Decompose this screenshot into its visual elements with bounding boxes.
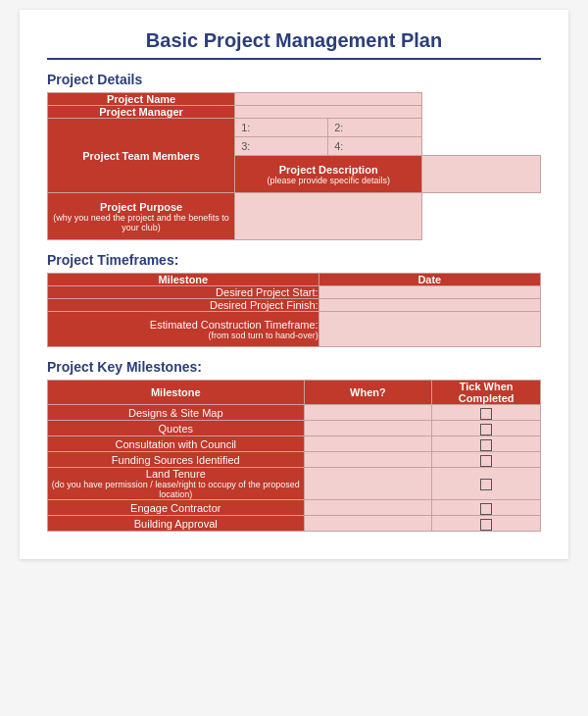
ms-col-when: When?	[304, 381, 432, 405]
ms-building-when[interactable]	[304, 516, 432, 532]
ms-designs-tick[interactable]	[432, 405, 541, 421]
team-cell-2[interactable]: 2:	[328, 119, 421, 137]
project-purpose-label: Project Purpose (why you need the projec…	[48, 193, 235, 240]
time-finish-label: Desired Project Finish:	[48, 299, 319, 312]
table-row: Desired Project Finish:	[48, 299, 541, 312]
milestones-table: Milestone When? Tick When Completed Desi…	[47, 380, 541, 532]
list-item: Consultation with Council	[48, 436, 541, 452]
table-row: Estimated Construction Timeframe: (from …	[48, 312, 541, 347]
project-manager-label: Project Manager	[48, 106, 235, 119]
checkbox-icon[interactable]	[480, 503, 492, 515]
timeframes-table: Milestone Date Desired Project Start: De…	[47, 273, 541, 347]
table-row: Desired Project Start:	[48, 286, 541, 299]
time-construction-value[interactable]	[318, 312, 540, 347]
time-construction-label: Estimated Construction Timeframe: (from …	[48, 312, 319, 347]
ms-contractor-label: Engage Contractor	[48, 500, 305, 516]
team-cell-1[interactable]: 1:	[235, 119, 328, 137]
ms-funding-label: Funding Sources Identified	[48, 452, 305, 468]
table-row: Project Purpose (why you need the projec…	[48, 193, 541, 240]
list-item: Engage Contractor	[48, 500, 541, 516]
time-start-value[interactable]	[318, 286, 540, 299]
list-item: Funding Sources Identified	[48, 452, 541, 468]
project-team-label: Project Team Members	[48, 119, 235, 193]
ms-col-tick: Tick When Completed	[432, 381, 541, 405]
main-title: Basic Project Management Plan	[47, 29, 541, 60]
project-name-value[interactable]	[235, 93, 422, 106]
project-desc-value[interactable]	[422, 156, 541, 193]
section-details-heading: Project Details	[47, 72, 541, 87]
ms-building-label: Building Approval	[48, 516, 305, 532]
ms-land-label: Land Tenure (do you have permission / le…	[48, 468, 305, 500]
checkbox-icon[interactable]	[480, 424, 492, 435]
timeframes-col-milestone: Milestone	[48, 274, 319, 286]
ms-land-tick[interactable]	[432, 468, 541, 500]
ms-quotes-when[interactable]	[304, 421, 432, 436]
table-row: Milestone Date	[48, 274, 541, 286]
ms-funding-when[interactable]	[304, 452, 432, 468]
team-cell-3[interactable]: 3:	[235, 137, 328, 155]
table-row: Milestone When? Tick When Completed	[48, 381, 541, 405]
section-milestones-heading: Project Key Milestones:	[47, 359, 541, 375]
ms-building-tick[interactable]	[432, 516, 541, 532]
ms-quotes-tick[interactable]	[432, 421, 541, 436]
ms-designs-when[interactable]	[304, 405, 432, 421]
team-cell-4[interactable]: 4:	[328, 137, 421, 155]
time-start-label: Desired Project Start:	[48, 286, 319, 299]
ms-contractor-when[interactable]	[304, 500, 432, 516]
details-table: Project Name Project Manager Project Tea…	[47, 92, 541, 240]
ms-quotes-label: Quotes	[48, 421, 305, 436]
ms-council-tick[interactable]	[432, 436, 541, 452]
table-row: Project Team Members 1: 2: 3: 4:	[48, 119, 541, 156]
ms-council-label: Consultation with Council	[48, 436, 305, 452]
ms-funding-tick[interactable]	[432, 452, 541, 468]
team-grid: 1: 2: 3: 4:	[235, 119, 421, 155]
list-item: Building Approval	[48, 516, 541, 532]
checkbox-icon[interactable]	[480, 479, 492, 490]
checkbox-icon[interactable]	[480, 439, 492, 451]
ms-col-milestone: Milestone	[48, 381, 305, 405]
checkbox-icon[interactable]	[480, 408, 492, 420]
timeframes-col-date: Date	[318, 274, 540, 286]
list-item: Land Tenure (do you have permission / le…	[48, 468, 541, 500]
time-finish-value[interactable]	[318, 299, 540, 312]
list-item: Quotes	[48, 421, 541, 436]
project-name-label: Project Name	[48, 93, 235, 106]
project-desc-label: Project Description (please provide spec…	[235, 156, 422, 193]
project-team-values: 1: 2: 3: 4:	[235, 119, 422, 156]
project-purpose-value[interactable]	[235, 193, 422, 240]
list-item: Designs & Site Map	[48, 405, 541, 421]
section-timeframes-heading: Project Timeframes:	[47, 252, 541, 268]
page-container: Basic Project Management Plan Project De…	[20, 10, 568, 559]
ms-council-when[interactable]	[304, 436, 432, 452]
checkbox-icon[interactable]	[480, 519, 492, 531]
ms-designs-label: Designs & Site Map	[48, 405, 305, 421]
checkbox-icon[interactable]	[480, 455, 492, 467]
ms-land-when[interactable]	[304, 468, 432, 500]
table-row: Project Manager	[48, 106, 541, 119]
ms-contractor-tick[interactable]	[432, 500, 541, 516]
project-manager-value[interactable]	[235, 106, 422, 119]
table-row: Project Name	[48, 93, 541, 106]
